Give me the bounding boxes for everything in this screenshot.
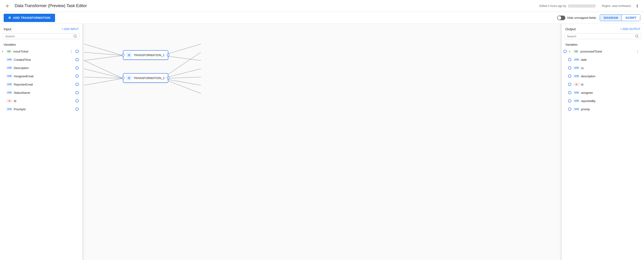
variable-row-cc[interactable]: STR cc [562,64,644,72]
toolbar: ⚙ ADD TRANSFORMATION Hide unmapped field… [0,12,644,24]
gear-icon: ⚙ [126,76,132,80]
connector-dot-left[interactable] [568,74,571,78]
variable-row-priorityid[interactable]: STR PriorityId [0,105,82,113]
page-title: Data Transformer (Preview) Task Editor [15,4,537,8]
info-button[interactable]: ℹ [634,3,640,9]
connector-dot[interactable] [76,83,79,86]
output-panel-title: Output [565,27,618,31]
node-right-dot[interactable] [167,54,170,56]
connector-dot[interactable] [76,50,79,53]
output-search-input[interactable] [567,34,634,38]
type-badge: STR [574,99,580,102]
variable-menu-button[interactable]: ⋮ [68,49,74,54]
var-name: Description [14,66,74,70]
region-label: Region: asia-northeast1 [602,4,631,8]
variable-row-reporteremail[interactable]: STR ReporterEmail [0,80,82,88]
variable-row-createdtime[interactable]: STR CreatedTime [0,56,82,64]
back-button[interactable] [4,2,12,10]
variable-row-output-description[interactable]: STR description [562,72,644,80]
add-input-button[interactable]: + ADD INPUT [62,28,79,31]
var-name: Id [14,99,74,103]
input-search-input[interactable] [5,34,72,38]
svg-line-3 [84,56,123,60]
type-badge: STR [574,108,580,111]
variable-row-priority[interactable]: STR priority [562,105,644,113]
type-badge: D [574,83,580,86]
chevron-down-icon: ▾ [2,50,4,53]
input-panel-header: Input + ADD INPUT [0,24,82,33]
type-badge: STR [574,91,580,94]
toolbar-right: Hide unmapped fields DIAGRAM SCRIPT [557,14,640,21]
variable-row-mockticket[interactable]: ▾ {J} mockTicket ⋮ [0,47,82,56]
transformation-1-node[interactable]: ⚙ TRANSFORMATION_1 [123,50,168,60]
node-right-dot[interactable] [167,76,170,79]
var-name: PriorityId [14,108,74,111]
variable-row-reportedby[interactable]: STR reportedBy [562,97,644,105]
variable-menu-button[interactable]: ⋮ [635,49,640,54]
hide-unmapped-toggle[interactable] [557,16,565,20]
output-panel: Output + ADD OUTPUT Variables ▾ {J} proc… [562,24,644,260]
variable-row-description[interactable]: STR Description [0,64,82,72]
input-panel-title: Input [4,27,60,31]
connector-dot-left[interactable] [568,99,571,102]
script-tab[interactable]: SCRIPT [622,15,640,21]
input-search-bar[interactable] [3,33,80,39]
transformation-2-node[interactable]: ⚙ TRANSFORMATION_2 [123,73,168,83]
input-panel: Input + ADD INPUT Variables ▾ {J} mockTi… [0,24,82,260]
variable-row-assigneeemail[interactable]: STR AssigneeEmail [0,72,82,80]
var-name: reportedBy [581,99,640,103]
input-variables-label: Variables [0,42,82,47]
connector-dot[interactable] [76,91,79,94]
var-name: AssigneeEmail [14,74,74,78]
connector-dot-left[interactable] [568,91,571,94]
node-left-dot[interactable] [122,54,124,56]
output-search-bar[interactable] [564,33,641,39]
type-badge: STR [6,108,12,111]
connector-dot[interactable] [76,108,79,111]
node-left-dot[interactable] [122,76,124,79]
var-name: assignee [581,91,640,94]
connector-dot[interactable] [76,66,79,70]
type-badge: STR [6,83,12,86]
connector-dot-left[interactable] [568,83,571,86]
variable-row-output-id[interactable]: D id [562,80,644,88]
type-badge: D [6,99,12,102]
svg-point-15 [636,35,638,37]
connector-dot[interactable] [76,58,79,61]
var-name: processedTicket [580,50,634,53]
type-badge: STR [574,66,580,70]
add-output-button[interactable]: + ADD OUTPUT [620,28,640,31]
connector-dot-left[interactable] [564,50,567,53]
transformation-2-label: TRANSFORMATION_2 [134,76,165,80]
connector-dot-left[interactable] [568,108,571,111]
transformation-1-label: TRANSFORMATION_1 [134,54,165,57]
var-name: priority [581,108,640,111]
svg-line-4 [84,69,123,78]
diagram-tab[interactable]: DIAGRAM [600,15,622,21]
variable-row-id[interactable]: D Id [0,97,82,105]
var-name: id [581,83,640,86]
variable-row-processedticket[interactable]: ▾ {J} processedTicket ⋮ [562,47,644,56]
connector-dot[interactable] [76,74,79,78]
svg-line-1 [84,44,123,56]
variable-row-statusname[interactable]: STR StatusName [0,88,82,97]
output-variables-list: ▾ {J} processedTicket ⋮ STR date STR cc … [562,47,644,260]
connector-dot-left[interactable] [568,66,571,70]
view-tabs: DIAGRAM SCRIPT [600,14,640,21]
canvas[interactable]: ⚙ TRANSFORMATION_1 ⚙ TRANSFORMATION_2 [84,24,560,260]
connector-dot-left[interactable] [568,58,571,61]
add-transformation-button[interactable]: ⚙ ADD TRANSFORMATION [4,14,55,22]
search-icon [635,34,639,38]
connector-dot[interactable] [76,99,79,102]
svg-point-0 [74,35,76,37]
output-panel-header: Output + ADD OUTPUT [562,24,644,33]
type-badge: {J} [6,50,12,53]
main-content: Input + ADD INPUT Variables ▾ {J} mockTi… [0,24,644,260]
hide-unmapped-label: Hide unmapped fields [567,16,596,20]
header: Data Transformer (Preview) Task Editor E… [0,0,644,12]
variable-row-date[interactable]: STR date [562,56,644,64]
input-variables-list: ▾ {J} mockTicket ⋮ STR CreatedTime STR D… [0,47,82,260]
variable-row-assignee[interactable]: STR assignee [562,88,644,97]
var-name: StatusName [14,91,74,94]
gear-icon: ⚙ [126,52,132,58]
